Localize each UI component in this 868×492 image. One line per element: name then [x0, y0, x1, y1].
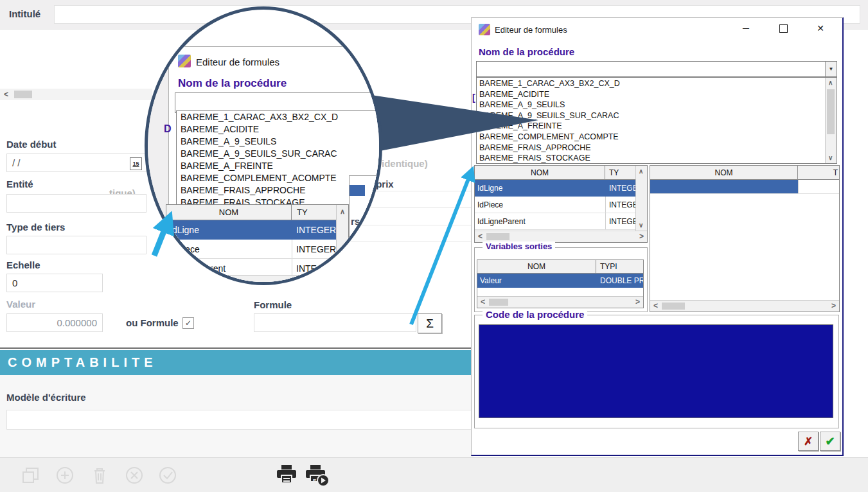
dialog-app-icon	[178, 55, 191, 67]
procedure-option[interactable]: BAREME_1_CARAC_AX3_BX2_CX_D	[177, 111, 381, 123]
table-row[interactable]: IdLigne INTEGER	[166, 220, 337, 240]
table-row[interactable]: IdPiece INTEGER	[166, 240, 337, 259]
nom-procedure-label: Nom de la procédure	[178, 77, 287, 90]
column-header-nom[interactable]: NOM	[166, 205, 292, 220]
callout-beam	[0, 0, 868, 492]
procedure-option[interactable]: BAREME_A_9_SEUILS_SUR_CARAC	[177, 148, 381, 160]
procedure-option[interactable]: BAREME_A_9_SEUILS	[177, 136, 381, 148]
column-header-type[interactable]: TY	[292, 205, 337, 220]
letter-fragment: D	[164, 123, 172, 135]
magnifier-bubble: Editeur de formules Nom de la procédure …	[145, 6, 382, 285]
procedure-option[interactable]: BAREME_A_FREINTE	[177, 160, 381, 172]
table-row-selected-empty[interactable]	[350, 185, 365, 196]
screen: Intitulé < Date début / / 15 Entité tiqu…	[0, 0, 868, 492]
scroll-up-icon[interactable]: ∧	[340, 208, 345, 215]
tiers-fragment: rs	[351, 216, 360, 227]
dialog-title: Editeur de formules	[196, 57, 279, 67]
procedure-option[interactable]: BAREME_ACIDITE	[177, 123, 381, 136]
